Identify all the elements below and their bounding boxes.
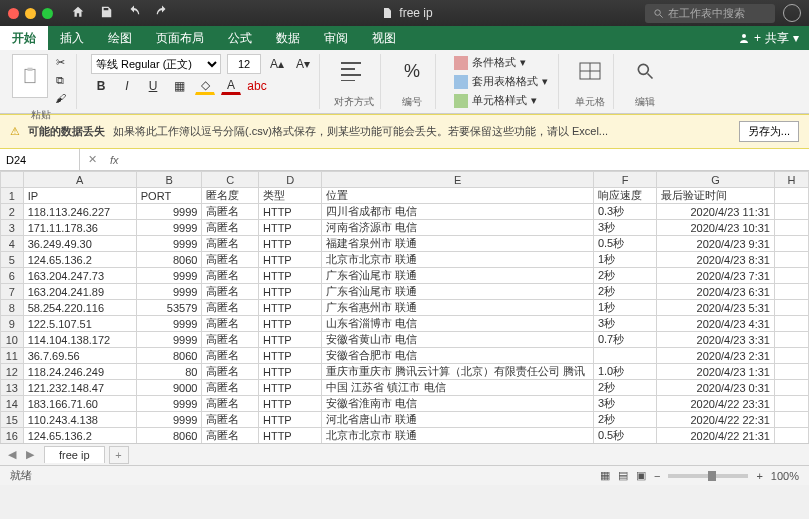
cell[interactable]: 9999: [136, 316, 202, 332]
phonetic-button[interactable]: abc: [247, 77, 267, 95]
cell[interactable]: 高匿名: [202, 396, 259, 412]
cell[interactable]: [774, 380, 808, 396]
cell[interactable]: 9999: [136, 236, 202, 252]
cell[interactable]: 9999: [136, 204, 202, 220]
cell[interactable]: 河北省唐山市 联通: [322, 412, 594, 428]
cell[interactable]: 2020/4/23 1:31: [657, 364, 775, 380]
font-name-select[interactable]: 等线 Regular (正文): [91, 54, 221, 74]
cell[interactable]: HTTP: [258, 236, 321, 252]
cell[interactable]: 高匿名: [202, 268, 259, 284]
cell[interactable]: 36.7.69.56: [23, 348, 136, 364]
cell[interactable]: 高匿名: [202, 380, 259, 396]
cell[interactable]: 9999: [136, 332, 202, 348]
cell[interactable]: HTTP: [258, 396, 321, 412]
cell[interactable]: HTTP: [258, 332, 321, 348]
border-button[interactable]: ▦: [169, 77, 189, 95]
conditional-format-button[interactable]: 条件格式 ▾: [450, 54, 552, 71]
cell[interactable]: 1秒: [593, 300, 656, 316]
sheet-nav-prev[interactable]: ◀: [8, 448, 22, 461]
cell[interactable]: 80: [136, 364, 202, 380]
cell[interactable]: 9999: [136, 396, 202, 412]
fill-color-button[interactable]: ◇: [195, 77, 215, 95]
col-header-E[interactable]: E: [322, 172, 594, 188]
cell[interactable]: 0.5秒: [593, 428, 656, 444]
cell[interactable]: [774, 428, 808, 444]
cell[interactable]: HTTP: [258, 428, 321, 444]
tab-review[interactable]: 审阅: [312, 26, 360, 50]
cell[interactable]: 183.166.71.60: [23, 396, 136, 412]
cell[interactable]: 北京市北京市 联通: [322, 252, 594, 268]
cell[interactable]: 北京市北京市 联通: [322, 428, 594, 444]
cell[interactable]: HTTP: [258, 268, 321, 284]
cell[interactable]: 58.254.220.116: [23, 300, 136, 316]
underline-button[interactable]: U: [143, 77, 163, 95]
col-header-D[interactable]: D: [258, 172, 321, 188]
row-header[interactable]: 15: [1, 412, 24, 428]
view-break-icon[interactable]: ▣: [636, 469, 646, 482]
cell[interactable]: 118.113.246.227: [23, 204, 136, 220]
cell[interactable]: 3秒: [593, 220, 656, 236]
tab-insert[interactable]: 插入: [48, 26, 96, 50]
cell[interactable]: 2020/4/23 7:31: [657, 268, 775, 284]
cell[interactable]: 2020/4/23 9:31: [657, 236, 775, 252]
cell[interactable]: 118.24.246.249: [23, 364, 136, 380]
row-header[interactable]: 16: [1, 428, 24, 444]
format-painter-icon[interactable]: 🖌: [50, 90, 70, 106]
cell[interactable]: 重庆市重庆市 腾讯云计算（北京）有限责任公司 腾讯: [322, 364, 594, 380]
cell[interactable]: 9999: [136, 284, 202, 300]
fx-icon[interactable]: fx: [104, 154, 125, 166]
row-header[interactable]: 4: [1, 236, 24, 252]
tab-data[interactable]: 数据: [264, 26, 312, 50]
tab-layout[interactable]: 页面布局: [144, 26, 216, 50]
row-header[interactable]: 7: [1, 284, 24, 300]
cell[interactable]: 2020/4/23 8:31: [657, 252, 775, 268]
name-box[interactable]: [0, 149, 80, 170]
cell[interactable]: 163.204.241.89: [23, 284, 136, 300]
table-format-button[interactable]: 套用表格格式 ▾: [450, 73, 552, 90]
cell[interactable]: 2020/4/23 10:31: [657, 220, 775, 236]
cell[interactable]: 2020/4/23 2:31: [657, 348, 775, 364]
sheet-nav-next[interactable]: ▶: [26, 448, 40, 461]
cell[interactable]: 山东省淄博市 电信: [322, 316, 594, 332]
row-header[interactable]: 2: [1, 204, 24, 220]
cell[interactable]: 福建省泉州市 联通: [322, 236, 594, 252]
cell[interactable]: 高匿名: [202, 412, 259, 428]
cell[interactable]: 121.232.148.47: [23, 380, 136, 396]
cell[interactable]: [774, 204, 808, 220]
cell[interactable]: HTTP: [258, 364, 321, 380]
cell[interactable]: PORT: [136, 188, 202, 204]
cell[interactable]: 高匿名: [202, 300, 259, 316]
cut-icon[interactable]: ✂: [50, 54, 70, 70]
workbook-search[interactable]: 在工作表中搜索: [645, 4, 775, 23]
cell[interactable]: 广东省汕尾市 联通: [322, 284, 594, 300]
cell[interactable]: 8060: [136, 252, 202, 268]
cell[interactable]: 2020/4/23 4:31: [657, 316, 775, 332]
cell[interactable]: 2秒: [593, 268, 656, 284]
cell[interactable]: 114.104.138.172: [23, 332, 136, 348]
cell[interactable]: 163.204.247.73: [23, 268, 136, 284]
cell[interactable]: 124.65.136.2: [23, 428, 136, 444]
cell[interactable]: [774, 236, 808, 252]
zoom-in-icon[interactable]: +: [756, 470, 762, 482]
cell[interactable]: 匿名度: [202, 188, 259, 204]
copy-icon[interactable]: ⧉: [50, 72, 70, 88]
row-header[interactable]: 5: [1, 252, 24, 268]
cell[interactable]: [774, 220, 808, 236]
cell[interactable]: 高匿名: [202, 316, 259, 332]
cell[interactable]: 高匿名: [202, 220, 259, 236]
cell[interactable]: 高匿名: [202, 364, 259, 380]
cell[interactable]: 高匿名: [202, 252, 259, 268]
formula-input[interactable]: [125, 149, 809, 170]
font-color-button[interactable]: A: [221, 77, 241, 95]
cell-style-button[interactable]: 单元格样式 ▾: [450, 92, 552, 109]
close-window[interactable]: [8, 8, 19, 19]
cell[interactable]: 广东省惠州市 联通: [322, 300, 594, 316]
spreadsheet-grid[interactable]: ABCDEFGH1IPPORT匿名度类型位置响应速度最后验证时间2118.113…: [0, 171, 809, 443]
cell[interactable]: [774, 188, 808, 204]
cell[interactable]: 高匿名: [202, 236, 259, 252]
home-icon[interactable]: [71, 5, 85, 21]
cell[interactable]: 124.65.136.2: [23, 252, 136, 268]
cell[interactable]: 9999: [136, 412, 202, 428]
cell[interactable]: [774, 396, 808, 412]
cell[interactable]: 最后验证时间: [657, 188, 775, 204]
